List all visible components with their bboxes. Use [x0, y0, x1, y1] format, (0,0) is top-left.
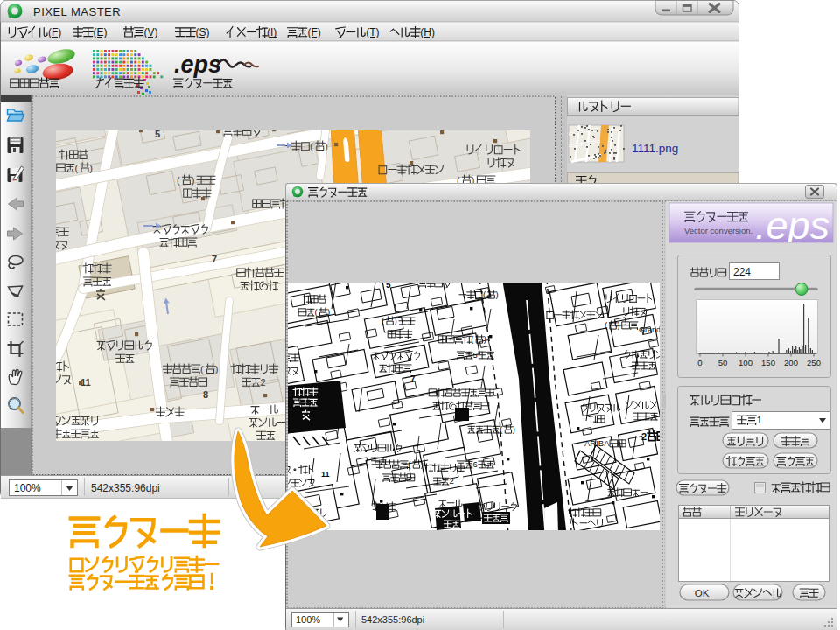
svg-text:8: 8: [203, 389, 208, 400]
svg-text:200: 200: [784, 358, 798, 368]
svg-text:OK: OK: [695, 588, 710, 598]
svg-text:): ): [89, 163, 93, 173]
svg-text:6: 6: [473, 459, 478, 469]
svg-text:): ): [421, 459, 424, 469]
svg-text:(: (: [200, 364, 204, 374]
svg-text:150: 150: [761, 358, 775, 368]
svg-text:): ): [513, 424, 515, 434]
svg-text:(F): (F): [308, 26, 321, 38]
svg-text:Vector conversion.: Vector conversion.: [684, 226, 752, 235]
svg-text:100%: 100%: [14, 482, 41, 494]
svg-text:224: 224: [733, 266, 751, 278]
svg-text:(: (: [177, 175, 180, 186]
svg-text:(H): (H): [420, 26, 435, 38]
svg-text:(S): (S): [196, 26, 210, 38]
svg-text:ARIBA: ARIBA: [584, 438, 610, 448]
svg-text:542x355:96dpi: 542x355:96dpi: [91, 482, 160, 494]
svg-text:2: 2: [641, 431, 647, 442]
svg-text:100: 100: [738, 358, 752, 368]
svg-text:5: 5: [473, 350, 478, 360]
svg-text:PIXEL MASTER: PIXEL MASTER: [33, 5, 121, 18]
svg-text:): ): [325, 141, 328, 151]
svg-text:2: 2: [450, 476, 454, 486]
svg-text:): ): [192, 175, 195, 186]
svg-text:(F): (F): [48, 26, 61, 38]
svg-text:): ): [394, 316, 396, 326]
svg-text:1: 1: [757, 415, 762, 425]
svg-text:100%: 100%: [296, 614, 320, 625]
svg-text:): ): [495, 290, 498, 299]
svg-text:(: (: [310, 141, 313, 151]
svg-text:(V): (V): [144, 26, 158, 38]
svg-text:): ): [215, 364, 219, 374]
svg-text:(: (: [75, 163, 79, 173]
svg-text:(T): (T): [366, 26, 379, 38]
svg-text:.eps: .eps: [755, 203, 830, 248]
svg-text:): ): [327, 307, 330, 317]
svg-text:0: 0: [697, 358, 702, 368]
svg-text:7: 7: [410, 374, 416, 384]
svg-text:.eps: .eps: [174, 52, 221, 78]
svg-text:2: 2: [261, 377, 266, 388]
svg-text:): ): [617, 320, 620, 330]
svg-text:7: 7: [212, 254, 217, 264]
svg-text:1111.png: 1111.png: [632, 142, 678, 155]
svg-text:250: 250: [807, 358, 821, 368]
svg-text:): ): [484, 334, 486, 344]
svg-text:50: 50: [718, 358, 728, 368]
svg-text:(I): (I): [267, 26, 276, 38]
svg-text:11: 11: [321, 470, 330, 479]
svg-text:(E): (E): [94, 26, 108, 38]
svg-text:542x355:96dpi: 542x355:96dpi: [361, 614, 424, 625]
svg-text:Grand: Grand: [639, 326, 661, 334]
